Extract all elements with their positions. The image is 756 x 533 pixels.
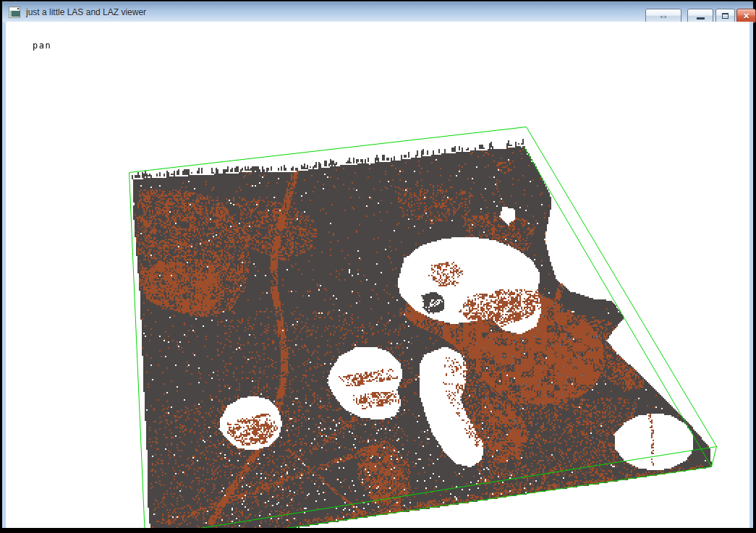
titlebar[interactable]: just a little LAS and LAZ viewer ⇔ ✕	[2, 1, 753, 22]
screen: { "window": { "title": "just a little LA…	[0, 0, 756, 533]
window-title: just a little LAS and LAZ viewer	[26, 7, 146, 17]
close-icon: ✕	[737, 9, 755, 22]
minimize-icon	[688, 9, 713, 22]
horizontal-arrows-icon: ⇔	[646, 9, 681, 22]
horizontal-resize-button[interactable]: ⇔	[645, 9, 681, 23]
app-window-icon[interactable]	[9, 7, 20, 18]
minimize-button[interactable]	[687, 9, 713, 23]
maximize-icon	[716, 9, 734, 22]
window-client-area: pan	[2, 22, 753, 528]
viewport-surface: pan	[6, 22, 749, 528]
mode-label: pan	[33, 40, 51, 51]
point-cloud-viewport[interactable]	[6, 22, 749, 528]
close-button[interactable]: ✕	[736, 9, 756, 23]
app-icon-dot	[17, 8, 19, 9]
app-icon-body	[10, 11, 20, 17]
maximize-button[interactable]	[715, 9, 735, 23]
